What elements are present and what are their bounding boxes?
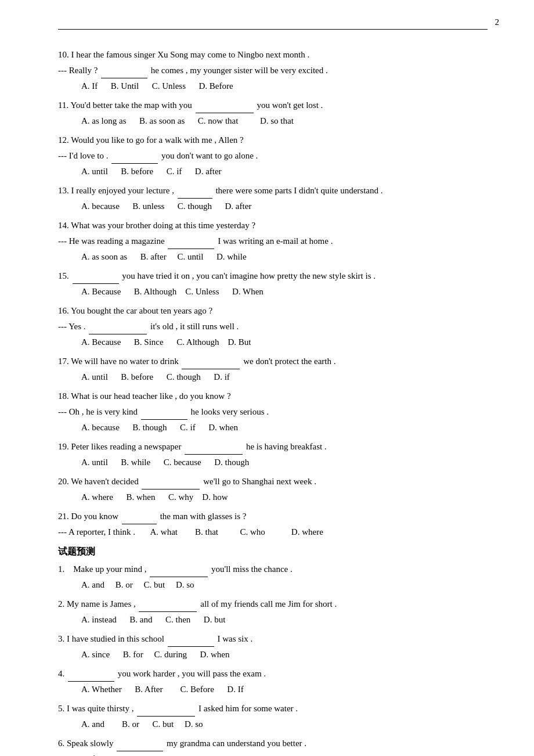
- q21-line1: 21. Do you know the man with glasses is …: [58, 509, 488, 524]
- sq2-line1: 2. My name is James , all of my friends …: [58, 596, 488, 612]
- sq4-line1: 4. you work harder , you will pass the e…: [58, 666, 488, 682]
- sq5-line1: 5. I was quite thirsty , I asked him for…: [58, 701, 488, 717]
- q18-options: A. because B. though C. if D. when: [58, 420, 488, 435]
- q17-line1: 17. We will have no water to drink we do…: [58, 354, 488, 369]
- page-number: 2: [495, 17, 500, 27]
- q19-line1: 19. Peter likes reading a newspaper he i…: [58, 439, 488, 455]
- q14-options: A. as soon as B. after C. until D. while: [58, 249, 488, 265]
- section-title: 试题预测: [58, 546, 488, 558]
- sq-question-5: 5. I was quite thirsty , I asked him for…: [58, 701, 488, 732]
- q14-line2: --- He was reading a magazine I was writ…: [58, 233, 488, 249]
- question-10: 10. I hear the famous singer Xu Song may…: [58, 47, 488, 94]
- sq2-options: A. instead B. and C. then D. but: [58, 612, 488, 628]
- question-20: 20. We haven't decided we'll go to Shang…: [58, 474, 488, 505]
- q20-line1: 20. We haven't decided we'll go to Shang…: [58, 474, 488, 489]
- q11-options: A. as long as B. as soon as C. now that …: [58, 113, 488, 129]
- question-15: 15. you have tried it on , you can't ima…: [58, 268, 488, 300]
- sq-question-2: 2. My name is James , all of my friends …: [58, 596, 488, 628]
- sq-question-6: 6. Speak slowly my grandma can understan…: [58, 736, 488, 756]
- sq5-options: A. and B. or C. but D. so: [58, 717, 488, 732]
- q20-options: A. where B. when C. why D. how: [58, 489, 488, 505]
- q16-line1: 16. You bought the car about ten years a…: [58, 303, 488, 319]
- question-19: 19. Peter likes reading a newspaper he i…: [58, 439, 488, 470]
- sq4-options: A. Whether B. After C. Before D. If: [58, 682, 488, 697]
- q11-line1: 11. You'd better take the map with you y…: [58, 98, 488, 113]
- q16-line2: --- Yes . it's old , it still runs well …: [58, 319, 488, 334]
- q10-line1: 10. I hear the famous singer Xu Song may…: [58, 47, 488, 63]
- q10-line2: --- Really ? he comes , my younger siste…: [58, 63, 488, 78]
- sq-question-3: 3. I have studied in this school I was s…: [58, 631, 488, 663]
- sq6-options: A. for B. that C. so that D. as: [58, 751, 488, 756]
- q21-line2: --- A reporter, I think . A. what B. tha…: [58, 524, 488, 540]
- q13-line1: 13. I really enjoyed your lecture , ther…: [58, 183, 488, 199]
- sq1-options: A. and B. or C. but D. so: [58, 577, 488, 593]
- q19-options: A. until B. while C. because D. though: [58, 455, 488, 470]
- sq1-line1: 1. Make up your mind , you'll miss the c…: [58, 561, 488, 577]
- q10-options: A. If B. Until C. Unless D. Before: [58, 78, 488, 94]
- q18-line2: --- Oh , he is very kind he looks very s…: [58, 404, 488, 420]
- q12-options: A. until B. before C. if D. after: [58, 164, 488, 179]
- question-17: 17. We will have no water to drink we do…: [58, 354, 488, 385]
- sq3-line1: 3. I have studied in this school I was s…: [58, 631, 488, 647]
- q15-line1: 15. you have tried it on , you can't ima…: [58, 268, 488, 284]
- q14-line1: 14. What was your brother doing at this …: [58, 218, 488, 233]
- question-13: 13. I really enjoyed your lecture , ther…: [58, 183, 488, 214]
- q18-line1: 18. What is our head teacher like , do y…: [58, 388, 488, 404]
- q13-options: A. because B. unless C. though D. after: [58, 199, 488, 214]
- sq3-options: A. since B. for C. during D. when: [58, 647, 488, 663]
- sq6-line1: 6. Speak slowly my grandma can understan…: [58, 736, 488, 751]
- question-14: 14. What was your brother doing at this …: [58, 218, 488, 265]
- sq-question-4: 4. you work harder , you will pass the e…: [58, 666, 488, 697]
- question-18: 18. What is our head teacher like , do y…: [58, 388, 488, 435]
- q12-line2: --- I'd love to . you don't want to go a…: [58, 148, 488, 164]
- q16-options: A. Because B. Since C. Although D. But: [58, 334, 488, 350]
- question-16: 16. You bought the car about ten years a…: [58, 303, 488, 350]
- q17-options: A. until B. before C. though D. if: [58, 369, 488, 385]
- question-11: 11. You'd better take the map with you y…: [58, 98, 488, 129]
- q12-line1: 12. Would you like to go for a walk with…: [58, 132, 488, 148]
- question-12: 12. Would you like to go for a walk with…: [58, 132, 488, 179]
- q15-options: A. Because B. Although C. Unless D. When: [58, 284, 488, 300]
- sq-question-1: 1. Make up your mind , you'll miss the c…: [58, 561, 488, 593]
- top-line: [58, 29, 488, 30]
- question-21: 21. Do you know the man with glasses is …: [58, 509, 488, 540]
